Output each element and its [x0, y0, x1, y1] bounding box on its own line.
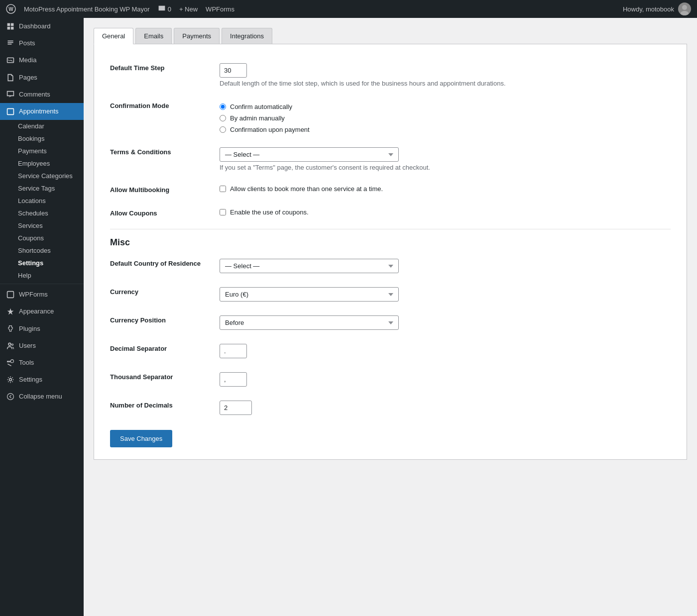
radio-confirm-auto-input[interactable]: [220, 103, 226, 110]
multibooking-checkbox-label[interactable]: Allow clients to book more than one serv…: [220, 185, 671, 193]
svg-rect-7: [11, 27, 14, 30]
save-changes-button[interactable]: Save Changes: [110, 430, 172, 447]
tab-emails[interactable]: Emails: [135, 28, 172, 44]
sidebar-item-media[interactable]: Media: [0, 52, 84, 69]
tab-integrations[interactable]: Integrations: [222, 28, 272, 44]
sidebar-item-appearance[interactable]: Appearance: [0, 303, 84, 320]
thousand-separator-input[interactable]: [220, 372, 247, 387]
decimal-separator-input[interactable]: [220, 344, 247, 358]
collapse-icon: [6, 392, 15, 401]
pages-label: Pages: [19, 73, 37, 82]
main-content: General Emails Payments Integrations Def…: [84, 18, 697, 616]
settings-icon: [6, 375, 15, 384]
appearance-icon: [6, 307, 15, 316]
sidebar-sub-schedules[interactable]: Schedules: [0, 207, 84, 219]
comments-link[interactable]: 0: [158, 5, 171, 13]
currency-select[interactable]: Euro (€): [220, 287, 399, 302]
radio-confirm-manual[interactable]: By admin manually: [220, 114, 671, 122]
default-country-select[interactable]: — Select —: [220, 259, 399, 273]
comments-icon: [158, 5, 166, 13]
terms-conditions-label: Terms & Conditions: [110, 140, 220, 178]
radio-confirm-manual-input[interactable]: [220, 115, 226, 121]
row-currency-position: Currency Position Before After: [110, 308, 671, 337]
sidebar-sub-coupons[interactable]: Coupons: [0, 232, 84, 244]
new-link[interactable]: + New: [179, 5, 198, 13]
number-of-decimals-input[interactable]: [220, 401, 252, 415]
comments-sidebar-icon: [6, 90, 15, 99]
row-default-time-step: Default Time Step Default length of the …: [110, 56, 671, 94]
sidebar-sub-bookings[interactable]: Bookings: [0, 132, 84, 145]
sidebar-sub-settings[interactable]: Settings: [0, 257, 84, 269]
appearance-label: Appearance: [19, 307, 54, 316]
tab-general[interactable]: General: [94, 28, 133, 44]
appointments-icon: [6, 107, 15, 116]
sidebar-sub-calendar[interactable]: Calendar: [0, 120, 84, 132]
sidebar-item-pages[interactable]: Pages: [0, 69, 84, 86]
form-table: Default Time Step Default length of the …: [110, 56, 671, 225]
sidebar-item-settings-main[interactable]: Settings: [0, 371, 84, 388]
sidebar-sub-service-categories[interactable]: Service Categories: [0, 170, 84, 182]
svg-text:W: W: [8, 6, 13, 12]
terms-conditions-select[interactable]: — Select —: [220, 147, 399, 162]
svg-rect-10: [7, 292, 14, 298]
sidebar-sub-shortcodes[interactable]: Shortcodes: [0, 244, 84, 257]
sidebar-sub-services[interactable]: Services: [0, 219, 84, 232]
row-decimal-separator: Decimal Separator: [110, 337, 671, 365]
admin-bar: W MotoPress Appointment Booking WP Mayor…: [0, 0, 697, 18]
comments-count: 0: [168, 5, 171, 13]
radio-confirm-payment-input[interactable]: [220, 126, 226, 133]
row-allow-multibooking: Allow Multibooking Allow clients to book…: [110, 178, 671, 202]
sidebar-item-wpforms[interactable]: WPForms: [0, 286, 84, 303]
radio-confirm-auto-label: Confirm automatically: [230, 103, 292, 110]
sidebar-sub-locations[interactable]: Locations: [0, 195, 84, 207]
coupons-checkbox-label[interactable]: Enable the use of coupons.: [220, 208, 671, 216]
wordpress-icon: W: [6, 4, 16, 14]
radio-confirm-manual-label: By admin manually: [230, 114, 285, 122]
plugins-label: Plugins: [19, 324, 40, 333]
currency-label: Currency: [110, 280, 220, 308]
coupons-checkbox-text: Enable the use of coupons.: [230, 208, 309, 216]
sidebar-item-users[interactable]: Users: [0, 337, 84, 354]
wpforms-icon: [6, 290, 15, 299]
plugins-icon: [6, 324, 15, 333]
sidebar-item-appointments[interactable]: Appointments: [0, 103, 84, 120]
users-label: Users: [19, 341, 36, 350]
svg-rect-5: [11, 23, 14, 26]
dashboard-label: Dashboard: [19, 22, 51, 31]
sidebar-item-dashboard[interactable]: Dashboard: [0, 18, 84, 35]
tab-payments[interactable]: Payments: [174, 28, 220, 44]
svg-point-2: [682, 5, 687, 10]
sidebar-item-collapse[interactable]: Collapse menu: [0, 388, 84, 405]
svg-point-3: [681, 11, 689, 15]
sidebar: Dashboard Posts Media Pages Comments: [0, 18, 84, 616]
misc-form-table: Default Country of Residence — Select — …: [110, 252, 671, 422]
wp-logo[interactable]: W: [6, 4, 16, 14]
dashboard-icon: [6, 22, 15, 31]
radio-confirm-auto[interactable]: Confirm automatically: [220, 103, 671, 110]
sidebar-sub-payments[interactable]: Payments: [0, 145, 84, 157]
sidebar-sub-help[interactable]: Help: [0, 269, 84, 282]
row-number-of-decimals: Number of Decimals: [110, 394, 671, 422]
sidebar-item-comments[interactable]: Comments: [0, 86, 84, 103]
currency-position-select[interactable]: Before After: [220, 315, 399, 330]
avatar-icon: [678, 2, 691, 15]
multibooking-checkbox[interactable]: [220, 186, 226, 192]
settings-main-label: Settings: [19, 375, 42, 384]
wpforms-link[interactable]: WPForms: [206, 5, 234, 13]
media-icon: [6, 56, 15, 65]
radio-confirm-payment[interactable]: Confirmation upon payment: [220, 126, 671, 133]
tabs: General Emails Payments Integrations: [94, 28, 687, 44]
sidebar-item-tools[interactable]: Tools: [0, 354, 84, 371]
tools-label: Tools: [19, 358, 34, 367]
allow-multibooking-label: Allow Multibooking: [110, 178, 220, 202]
sidebar-sub-service-tags[interactable]: Service Tags: [0, 182, 84, 195]
sidebar-item-posts[interactable]: Posts: [0, 35, 84, 52]
sidebar-item-plugins[interactable]: Plugins: [0, 320, 84, 337]
default-time-step-input[interactable]: [220, 63, 247, 78]
thousand-separator-label: Thousand Separator: [110, 365, 220, 394]
svg-point-11: [8, 343, 11, 345]
row-allow-coupons: Allow Coupons Enable the use of coupons.: [110, 202, 671, 225]
sidebar-sub-employees[interactable]: Employees: [0, 157, 84, 170]
coupons-checkbox[interactable]: [220, 209, 226, 215]
site-name[interactable]: MotoPress Appointment Booking WP Mayor: [24, 5, 150, 13]
